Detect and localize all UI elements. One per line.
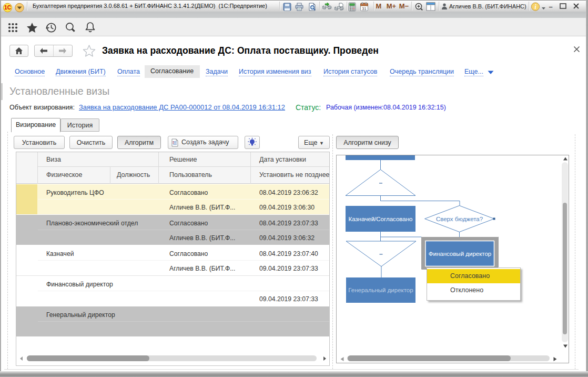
svg-text:Сверх бюджета?: Сверх бюджета? [436, 216, 483, 222]
svg-text:Генеральный директор: Генеральный директор [348, 287, 413, 293]
svg-text:Казначей/Согласовано: Казначей/Согласовано [349, 216, 413, 222]
svg-text:Финансовый директор: Финансовый директор [429, 251, 492, 257]
svg-text:1С: 1С [4, 5, 11, 11]
svg-text:31: 31 [362, 6, 366, 11]
